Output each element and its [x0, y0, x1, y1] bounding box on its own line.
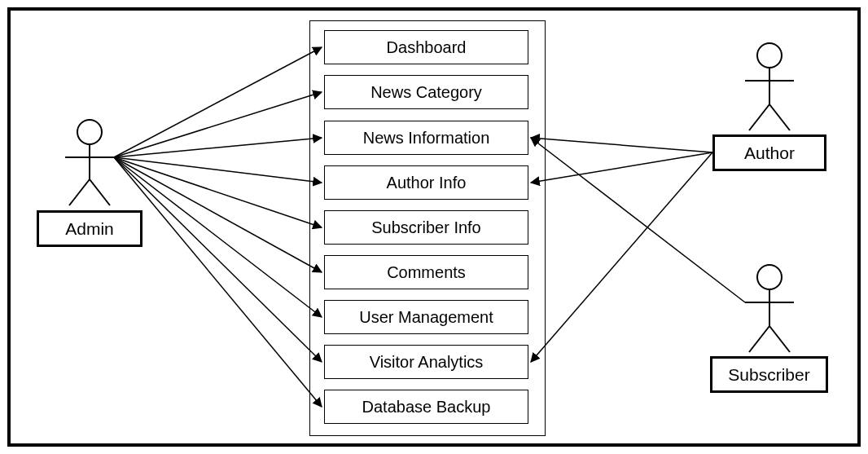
usecase-author-info: Author Info	[324, 165, 528, 200]
usecase-visitor-analytics: Visitor Analytics	[324, 345, 528, 379]
usecase-database-backup: Database Backup	[324, 390, 528, 424]
usecase-news-information: News Information	[324, 121, 528, 155]
actor-author-label: Author	[712, 134, 826, 171]
actor-admin-label: Admin	[37, 210, 142, 247]
usecase-user-management: User Management	[324, 300, 528, 334]
usecase-subscriber-info: Subscriber Info	[324, 210, 528, 245]
usecase-dashboard: Dashboard	[324, 30, 528, 64]
diagram-stage: Dashboard News Category News Information…	[0, 0, 868, 454]
usecase-news-category: News Category	[324, 75, 528, 109]
actor-subscriber-label: Subscriber	[710, 356, 828, 393]
usecase-comments: Comments	[324, 255, 528, 289]
